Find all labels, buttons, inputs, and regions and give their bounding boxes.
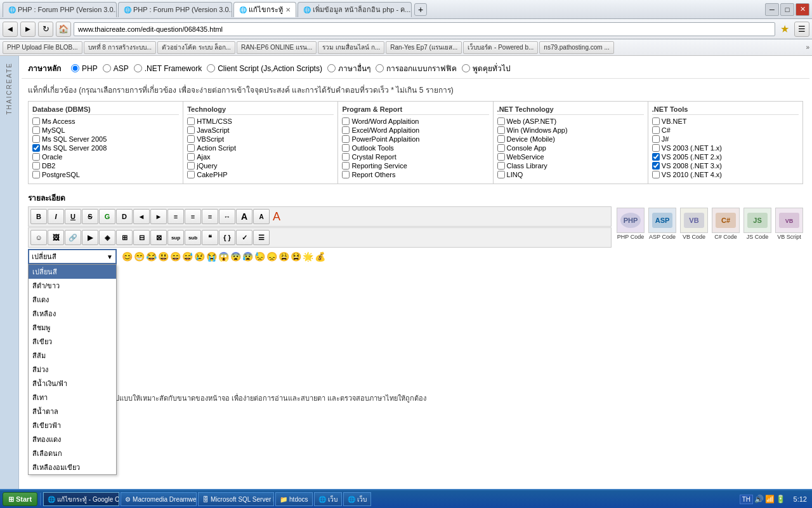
align-left-button[interactable]: ◄ bbox=[133, 209, 150, 224]
font-option-1[interactable]: สีดำ/ขาว bbox=[29, 279, 116, 293]
emoji-10[interactable]: 😰 bbox=[242, 251, 253, 262]
color-picker-icon[interactable]: A bbox=[273, 210, 280, 224]
back-button[interactable]: ◄ bbox=[3, 22, 18, 37]
start-button[interactable]: ⊞ Start bbox=[3, 492, 37, 506]
bookmark-star[interactable]: ★ bbox=[778, 22, 792, 36]
address-bar[interactable] bbox=[74, 22, 775, 36]
taskbar-item-3[interactable]: 📁 htdocs bbox=[275, 492, 312, 506]
js-code-button[interactable]: JS JS Code bbox=[743, 208, 771, 240]
bookmark-0[interactable]: PHP Upload File BLOB... bbox=[3, 41, 82, 54]
emoji-16[interactable]: 💰 bbox=[315, 251, 325, 262]
d-button[interactable]: D bbox=[116, 209, 133, 224]
emoji-9[interactable]: 😨 bbox=[230, 251, 241, 262]
emoji-2[interactable]: 😂 bbox=[146, 251, 157, 262]
emoji-4[interactable]: 😄 bbox=[170, 251, 181, 262]
tab-2[interactable]: 🌐 PHP : Forum PHP (Version 3.0... ✕ bbox=[118, 2, 232, 17]
network-icon[interactable]: 📶 bbox=[765, 495, 775, 504]
home-button[interactable]: 🏠 bbox=[56, 22, 71, 37]
taskbar-item-5[interactable]: 🌐 เว็บ bbox=[343, 492, 371, 506]
taskbar-item-2[interactable]: 🗄 Microsoft SQL Server M... bbox=[198, 492, 274, 506]
asp-code-button[interactable]: ASP ASP Code bbox=[648, 208, 676, 240]
font-option-11[interactable]: สีเขียวฟ้า bbox=[29, 418, 116, 432]
taskbar-item-0[interactable]: 🌐 แก้ไขกระทู้ - Google C... bbox=[43, 492, 119, 506]
image-btn[interactable]: 🖼 bbox=[48, 230, 64, 245]
emoji-5[interactable]: 😅 bbox=[182, 251, 193, 262]
font-option-2[interactable]: สีแดง bbox=[29, 293, 116, 307]
justify-left[interactable]: ≡ bbox=[167, 209, 184, 224]
italic-button[interactable]: I bbox=[48, 209, 64, 224]
radio-net[interactable]: .NET Framework bbox=[134, 64, 202, 73]
quote-btn[interactable]: ❝ bbox=[202, 230, 218, 245]
justify-center[interactable]: ≡ bbox=[185, 209, 201, 224]
mark-btn[interactable]: ✓ bbox=[236, 230, 252, 245]
minimize-button[interactable]: ─ bbox=[765, 3, 779, 16]
vbs-code-button[interactable]: VB VB Script bbox=[775, 208, 803, 240]
bookmark-1[interactable]: บทที่ 8 การสร้างระบบ... bbox=[84, 41, 156, 54]
font-option-8[interactable]: สีน้ำเงิน/ฟ้า bbox=[29, 377, 116, 391]
radio-other[interactable]: ภาษาอื่นๆ bbox=[327, 62, 370, 74]
font-size-down[interactable]: A bbox=[253, 209, 270, 224]
font-option-10[interactable]: สีน้ำตาล bbox=[29, 404, 116, 418]
emoji-7[interactable]: 😭 bbox=[206, 251, 217, 262]
taskbar-item-4[interactable]: 🌐 เว็บ bbox=[314, 492, 342, 506]
bookmark-6[interactable]: เว็บบอร์ด - Powered b... bbox=[463, 41, 538, 54]
emoji-11[interactable]: 😓 bbox=[254, 251, 265, 262]
font-option-9[interactable]: สีเทา bbox=[29, 391, 116, 404]
link-btn[interactable]: 🔗 bbox=[65, 230, 81, 245]
green-button[interactable]: G bbox=[99, 209, 115, 224]
underline-button[interactable]: U bbox=[65, 209, 81, 224]
smiley-btn[interactable]: ☺ bbox=[30, 230, 47, 245]
table-col-btn[interactable]: ⊟ bbox=[133, 230, 150, 245]
radio-php[interactable]: PHP bbox=[71, 64, 98, 73]
bookmark-5[interactable]: Ran-Yes Ep7 (แรนเยส... bbox=[386, 41, 462, 54]
radio-general[interactable]: พูดคุยทั่วไป bbox=[462, 62, 511, 74]
radio-client[interactable]: Client Script (Js,Action Scripts) bbox=[207, 64, 322, 73]
hr-button[interactable]: ↔ bbox=[219, 209, 235, 224]
tab-3-close[interactable]: ✕ bbox=[285, 6, 291, 13]
taskbar-item-1[interactable]: ⚙ Macromedia Dreamwea... bbox=[121, 492, 197, 506]
superscript-btn[interactable]: sup bbox=[167, 230, 184, 245]
php-code-button[interactable]: PHP PHP Code bbox=[617, 208, 645, 240]
bold-button[interactable]: B bbox=[30, 209, 47, 224]
emoji-12[interactable]: 😞 bbox=[266, 251, 277, 262]
emoji-13[interactable]: 😩 bbox=[278, 251, 289, 262]
emoji-3[interactable]: 😃 bbox=[158, 251, 169, 262]
subscript-btn[interactable]: sub bbox=[185, 230, 201, 245]
tab-3[interactable]: 🌐 แก้ไขกระทู้ ✕ bbox=[233, 2, 296, 17]
emoji-0[interactable]: 😊 bbox=[122, 251, 133, 262]
font-option-5[interactable]: สีเขียว bbox=[29, 335, 116, 349]
battery-icon[interactable]: 🔋 bbox=[776, 495, 785, 504]
maximize-button[interactable]: □ bbox=[780, 3, 794, 16]
bookmark-3[interactable]: RAN-EP6 ONLINE แรน... bbox=[237, 41, 317, 54]
table-row-btn[interactable]: ⊠ bbox=[150, 230, 167, 245]
emoji-8[interactable]: 😱 bbox=[218, 251, 229, 262]
strikethrough-button[interactable]: S bbox=[82, 209, 98, 224]
csharp-code-button[interactable]: C# C# Code bbox=[712, 208, 740, 240]
font-size-up[interactable]: A bbox=[236, 209, 252, 224]
font-select-button[interactable]: เปลี่ยนสี ▼ bbox=[28, 249, 117, 264]
font-option-0[interactable]: เปลี่ยนสี bbox=[29, 265, 116, 279]
settings-button[interactable]: ☰ bbox=[794, 22, 809, 37]
vb-code-button[interactable]: VB VB Code bbox=[680, 208, 708, 240]
special-btn[interactable]: ◈ bbox=[99, 230, 115, 245]
font-option-4[interactable]: สีชมพู bbox=[29, 321, 116, 335]
radio-graphic[interactable]: การออกแบบกราฟฟิค bbox=[376, 62, 457, 74]
emoji-14[interactable]: 😫 bbox=[291, 251, 301, 262]
font-option-14[interactable]: สีเหลืองอมเขียว bbox=[29, 460, 116, 474]
font-option-7[interactable]: สีม่วง bbox=[29, 363, 116, 377]
emoji-6[interactable]: 😢 bbox=[194, 251, 205, 262]
font-option-6[interactable]: สีส้ม bbox=[29, 349, 116, 363]
radio-asp[interactable]: ASP bbox=[103, 64, 129, 73]
tab-1[interactable]: 🌐 PHP : Forum PHP (Version 3.0... ✕ bbox=[3, 2, 117, 17]
emoji-1[interactable]: 😁 bbox=[134, 251, 145, 262]
font-option-12[interactable]: สีทองแดง bbox=[29, 432, 116, 446]
list-btn[interactable]: ☰ bbox=[253, 230, 270, 245]
media-btn[interactable]: ▶ bbox=[82, 230, 98, 245]
reload-button[interactable]: ↻ bbox=[38, 22, 53, 37]
font-option-3[interactable]: สีเหลือง bbox=[29, 307, 116, 321]
close-button[interactable]: ✕ bbox=[796, 3, 809, 16]
bookmarks-more[interactable]: » bbox=[806, 44, 809, 51]
code-btn[interactable]: { } bbox=[219, 230, 235, 245]
forward-button[interactable]: ► bbox=[20, 22, 36, 37]
bookmark-4[interactable]: รวม เกมสื่อนไลน์ ก... bbox=[318, 41, 384, 54]
